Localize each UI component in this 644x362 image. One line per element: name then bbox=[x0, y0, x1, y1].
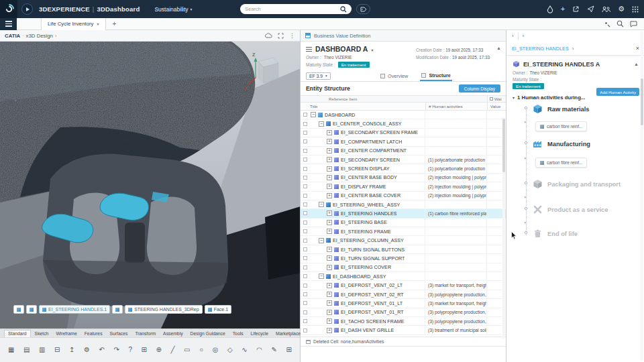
tree-row[interactable]: + EI_DEFROST_VENT_02_LT (3) market for t… bbox=[301, 281, 506, 290]
row-checkbox[interactable] bbox=[303, 194, 307, 198]
tree-row[interactable]: + EI_CENTER BASE BODY (2) injection moul… bbox=[301, 174, 506, 182]
expander-icon[interactable]: − bbox=[311, 112, 316, 117]
expander-icon[interactable]: + bbox=[327, 139, 332, 144]
selection-chip[interactable] bbox=[13, 305, 24, 314]
tree-row[interactable]: − EI_STEERING_COLUMN_ASSY bbox=[301, 236, 506, 245]
tag-search-button[interactable] bbox=[356, 4, 370, 14]
tree-row[interactable]: + EI_DEFROST_VENT_01_LT (3) market for t… bbox=[301, 299, 506, 308]
row-checkbox[interactable] bbox=[303, 122, 307, 126]
row-checkbox[interactable] bbox=[303, 284, 307, 288]
help-icon[interactable]: ? bbox=[128, 347, 132, 353]
tree-row[interactable]: − EI_DASHBOARD_ASSY bbox=[301, 272, 506, 281]
clipboard-icon[interactable]: ▤ bbox=[23, 347, 30, 353]
row-checkbox[interactable] bbox=[303, 247, 307, 251]
save-icon[interactable]: ▥ bbox=[39, 347, 45, 353]
ribbon-tab[interactable]: Features bbox=[81, 330, 106, 337]
ribbon-tab[interactable]: Design Guidance bbox=[187, 330, 229, 337]
locate-icon[interactable]: ⊕ bbox=[156, 347, 161, 353]
play-media-badge[interactable] bbox=[21, 3, 33, 15]
expander-icon[interactable]: + bbox=[327, 283, 332, 288]
ribbon-tab[interactable]: Sketch bbox=[32, 330, 52, 337]
tab-overview[interactable]: Overview bbox=[379, 70, 409, 81]
row-checkbox[interactable] bbox=[303, 310, 307, 314]
add-human-activity-button[interactable]: Add Human Activity bbox=[596, 88, 639, 96]
spline-icon[interactable]: ∿ bbox=[241, 347, 247, 353]
expander-icon[interactable]: + bbox=[327, 310, 332, 315]
expander-icon[interactable]: − bbox=[319, 274, 324, 279]
gear-icon[interactable]: ⚙ bbox=[618, 5, 625, 13]
collapse-panel-icon[interactable]: ▲ bbox=[496, 46, 501, 50]
rectangle-icon[interactable]: ▭ bbox=[184, 347, 190, 353]
detail-scrollbar[interactable] bbox=[641, 32, 643, 360]
tree-row[interactable]: + EI_DEFROST_VENT_02_RT (3) polypropylen… bbox=[301, 290, 506, 299]
expander-icon[interactable]: + bbox=[327, 247, 332, 252]
ellipse-icon[interactable]: ◎ bbox=[213, 347, 219, 353]
row-checkbox[interactable] bbox=[303, 131, 307, 135]
print-icon[interactable]: ⊟ bbox=[54, 347, 60, 353]
ribbon-tab[interactable]: Wireframe bbox=[52, 330, 80, 337]
row-checkbox[interactable] bbox=[303, 265, 307, 269]
zoom-icon[interactable] bbox=[616, 20, 624, 27]
ribbon-tab[interactable]: Marketplace bbox=[272, 330, 304, 337]
zoom-in-icon[interactable] bbox=[603, 20, 610, 27]
settings-icon[interactable]: ⚙ bbox=[84, 347, 90, 353]
expander-icon[interactable]: + bbox=[327, 255, 332, 261]
expander-icon[interactable]: + bbox=[327, 292, 332, 297]
expander-icon[interactable]: + bbox=[327, 210, 332, 216]
tree-row[interactable]: + EI_COMPARTMENT LATCH bbox=[301, 137, 506, 146]
row-checkbox[interactable] bbox=[303, 184, 307, 188]
row-checkbox[interactable] bbox=[303, 229, 307, 233]
tree-row[interactable]: + EI_DEFROST_VENT_01_RT (3) polypropylen… bbox=[301, 308, 506, 317]
row-checkbox[interactable] bbox=[303, 292, 307, 296]
expander-icon[interactable]: + bbox=[327, 130, 332, 135]
expander-icon[interactable]: + bbox=[327, 318, 332, 324]
undo-icon[interactable]: ↶ bbox=[99, 347, 104, 353]
chevron-down-icon[interactable]: ▾ bbox=[371, 48, 373, 52]
row-checkbox[interactable] bbox=[303, 149, 307, 153]
row-checkbox[interactable] bbox=[303, 176, 307, 180]
selection-chip[interactable] bbox=[112, 305, 123, 314]
column-value[interactable]: Value bbox=[487, 103, 506, 110]
ribbon-tab[interactable]: Transform bbox=[131, 330, 159, 337]
menu-button[interactable] bbox=[0, 18, 17, 30]
expander-icon[interactable]: + bbox=[327, 300, 332, 306]
tree-row[interactable]: + EI_DISPLAY FRAME (2) injection mouldin… bbox=[301, 182, 506, 191]
expander-icon[interactable]: + bbox=[327, 175, 332, 180]
stage-packaging-transport[interactable]: Packaging and transport bbox=[533, 179, 621, 189]
polygon-icon[interactable]: ◇ bbox=[227, 347, 233, 353]
tab-life-cycle-inventory[interactable]: Life Cycle Inventory ▾ bbox=[41, 18, 106, 30]
context-menu-sustainability[interactable]: Sustainability ▾ bbox=[154, 6, 192, 13]
tab-structure[interactable]: Structure bbox=[420, 70, 451, 81]
tree-row[interactable]: + EI_CENTER BASE COVER (2) injection mou… bbox=[301, 192, 506, 200]
apps-grid-icon[interactable] bbox=[632, 6, 639, 13]
column-human-activities[interactable]: # Human activities bbox=[425, 103, 487, 110]
tree-row[interactable]: − DASHBOARD bbox=[301, 111, 506, 119]
expander-icon[interactable]: + bbox=[327, 148, 332, 154]
tree-row[interactable]: + EI_CENTER COMPARTMENT bbox=[301, 147, 506, 156]
tree-row[interactable]: + EI_TACHO SCREEN FRAME (3) polypropylen… bbox=[301, 317, 506, 326]
selection-chip[interactable] bbox=[26, 305, 37, 314]
add-content-icon[interactable]: + bbox=[561, 5, 565, 13]
selection-chip[interactable]: Face.1 bbox=[205, 305, 231, 314]
tree-row[interactable]: + EI_SECONDARY SCREEN (1) polycarbonate … bbox=[301, 156, 506, 164]
tree-row[interactable]: + EI_STEERING BASE bbox=[301, 219, 506, 227]
3d-viewport[interactable]: Z X mm ▾ › bbox=[0, 42, 300, 328]
scrollbar-thumb[interactable] bbox=[502, 119, 505, 172]
search-input[interactable] bbox=[245, 6, 340, 12]
tree-row[interactable]: + EI_TURN SIGNAL SUPPORT bbox=[301, 254, 506, 263]
ribbon-tab[interactable]: Assembly bbox=[160, 330, 186, 337]
row-checkbox[interactable] bbox=[303, 211, 307, 215]
chevron-right-icon[interactable]: › bbox=[55, 34, 56, 38]
panel-expander-arrow[interactable]: › bbox=[1, 181, 3, 188]
expander-icon[interactable]: + bbox=[327, 184, 332, 189]
ribbon-tab[interactable]: Surfaces bbox=[107, 330, 131, 337]
arc-icon[interactable]: ◠ bbox=[256, 347, 262, 353]
chevron-right-icon[interactable]: › bbox=[572, 46, 574, 52]
list-icon[interactable] bbox=[306, 47, 312, 52]
row-checkbox[interactable] bbox=[303, 274, 307, 278]
expander-icon[interactable]: − bbox=[319, 238, 324, 243]
tree-row[interactable]: + EI_STEERING COVER bbox=[301, 263, 506, 272]
more-tools-icon[interactable]: ⊞ bbox=[286, 347, 291, 353]
row-checkbox[interactable] bbox=[303, 301, 307, 305]
expander-icon[interactable]: + bbox=[327, 157, 332, 162]
